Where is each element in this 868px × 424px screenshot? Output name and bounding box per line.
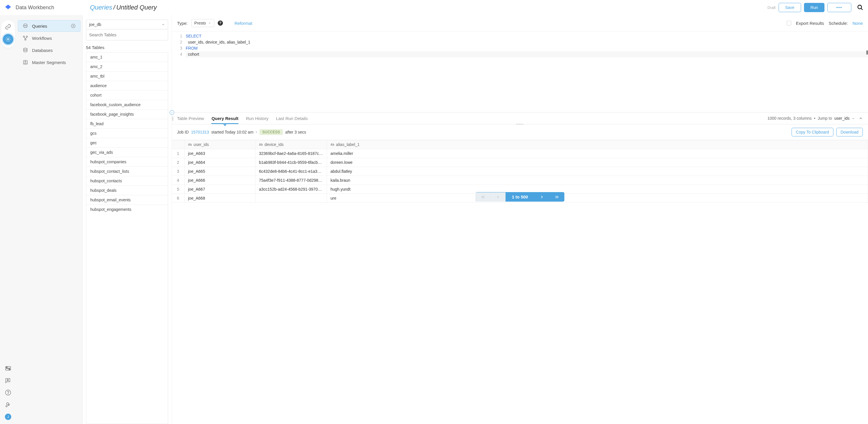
column-name: device_ids xyxy=(265,142,283,147)
cell-device-ids: 75a4f3e7-f911-4388-8777-0d298a… xyxy=(255,176,327,185)
tables-list: amc_1amc_2amc_tblaudiencecohortfacebook_… xyxy=(86,52,168,424)
tables-count: 54 Tables xyxy=(86,45,168,50)
table-item[interactable]: hubspot_deals xyxy=(86,186,168,195)
jump-to-label: Jump to xyxy=(817,116,832,121)
table-row[interactable]: 3joe_A6656c432de8-84b6-4c41-8cc1-e1a38a…… xyxy=(172,167,868,176)
pager-first-icon[interactable] xyxy=(475,192,491,202)
column-header[interactable]: Ab device_ids xyxy=(255,140,327,149)
schedule-label: Schedule: xyxy=(829,21,848,26)
table-item[interactable]: hubspot_contact_lists xyxy=(86,167,168,176)
tab-run-history[interactable]: Run History xyxy=(246,113,269,124)
plus-icon[interactable] xyxy=(71,24,75,28)
wrench-icon[interactable] xyxy=(5,401,11,408)
avatar[interactable]: J xyxy=(5,414,11,420)
cell-device-ids: 32369bcf-8ae2-4a6a-8165-8187c5… xyxy=(255,149,327,158)
link-icon[interactable] xyxy=(5,24,11,30)
job-duration: after 3 secs xyxy=(285,130,306,134)
query-type-select[interactable]: Presto xyxy=(191,19,214,27)
jump-to-select[interactable]: user_ids xyxy=(834,116,855,121)
column-header[interactable]: Ab user_ids xyxy=(185,140,255,149)
sidebar-item-master-segments[interactable]: Master Segments xyxy=(18,57,81,68)
search-tables-field[interactable] xyxy=(86,29,168,40)
sidebar-item-label: Queries xyxy=(32,24,47,29)
svg-point-4 xyxy=(6,367,7,368)
reformat-link[interactable]: Reformat xyxy=(235,21,252,26)
table-item[interactable]: gec_via_ads xyxy=(86,148,168,157)
gear-icon[interactable] xyxy=(3,34,13,44)
table-row[interactable]: 2joe_A664b1ab983f-b944-41cb-9559-6facb84… xyxy=(172,158,868,167)
sidebar-item-queries[interactable]: Queries xyxy=(18,20,81,32)
chevron-up-icon[interactable] xyxy=(859,116,863,120)
sidebar-item-workflows[interactable]: Workflows xyxy=(18,32,81,44)
search-icon[interactable] xyxy=(854,4,863,11)
table-item[interactable]: facebook_custom_audience xyxy=(86,100,168,110)
svg-point-2 xyxy=(7,39,9,40)
contact-icon[interactable] xyxy=(5,377,11,384)
breadcrumb: Queries / Untitled Query xyxy=(90,4,157,11)
svg-point-12 xyxy=(25,26,26,26)
breadcrumb-current: Untitled Query xyxy=(116,4,157,11)
editor-toolbar: Type: Presto ? Reformat Export Results S… xyxy=(172,15,868,31)
cell-device-ids xyxy=(255,194,327,203)
table-row[interactable]: 1joe_A66332369bcf-8ae2-4a6a-8165-8187c5…… xyxy=(172,149,868,158)
row-index: 6 xyxy=(172,194,185,203)
table-item[interactable]: hubspot_companies xyxy=(86,157,168,167)
database-select[interactable]: joe_db xyxy=(86,20,168,29)
run-button[interactable]: Run xyxy=(804,3,825,12)
table-item[interactable]: cohort xyxy=(86,91,168,100)
grid-header: Ab user_ids Ab device_ids Ab alias_label… xyxy=(172,140,868,149)
table-item[interactable]: hubspot_email_events xyxy=(86,195,168,205)
tab-table-preview[interactable]: Table Preview xyxy=(177,113,204,124)
cell-device-ids: b1ab983f-b944-41cb-9559-6facb84… xyxy=(255,158,327,167)
search-tables-input[interactable] xyxy=(89,32,165,37)
export-results-checkbox[interactable] xyxy=(787,21,791,25)
records-summary: 1000 records, 3 columns xyxy=(767,116,811,121)
table-item[interactable]: gcs xyxy=(86,129,168,138)
job-info-row: Job ID 15701313 started Today 10:02 am •… xyxy=(172,124,868,140)
table-item[interactable]: audience xyxy=(86,81,168,91)
breadcrumb-root[interactable]: Queries xyxy=(90,4,112,11)
cell-user-ids: joe_A663 xyxy=(185,149,255,158)
help-tooltip-icon[interactable]: ? xyxy=(218,21,223,26)
schedule-value[interactable]: None xyxy=(852,21,863,26)
help-icon[interactable] xyxy=(5,389,11,396)
table-item[interactable]: amc_2 xyxy=(86,62,168,71)
drag-handle-icon[interactable]: ═══ xyxy=(516,122,524,126)
pager-last-icon[interactable] xyxy=(549,192,564,202)
table-item[interactable]: facebook_page_insights xyxy=(86,110,168,119)
toggle-icon[interactable] xyxy=(5,365,11,371)
download-button[interactable]: Download xyxy=(836,128,863,137)
sidebar: Queries Workflows Databases Master Segme… xyxy=(16,15,83,424)
column-name: alias_label_1 xyxy=(336,142,360,147)
pager-next-icon[interactable] xyxy=(534,192,549,202)
table-item[interactable]: gec xyxy=(86,138,168,148)
status-badge: SUCCESS xyxy=(259,129,283,135)
table-row[interactable]: 4joe_A66675a4f3e7-f911-4388-8777-0d298a…… xyxy=(172,176,868,185)
code-keyword: SELECT xyxy=(186,34,201,38)
table-item[interactable]: hubspot_engagements xyxy=(86,205,168,214)
more-button[interactable]: ••• xyxy=(827,3,851,12)
results-grid: Ab user_ids Ab device_ids Ab alias_label… xyxy=(172,140,868,203)
tab-last-run-details[interactable]: Last Run Details xyxy=(276,113,308,124)
topbar: Data Workbench Queries / Untitled Query … xyxy=(0,0,868,15)
svg-point-22 xyxy=(25,61,26,63)
job-id-value[interactable]: 15701313 xyxy=(191,130,209,134)
code-editor[interactable]: 1234 SELECT user_ids, device_ids, alias_… xyxy=(172,31,868,112)
save-button[interactable]: Save xyxy=(779,3,801,12)
cell-alias-label: doreen.lowe xyxy=(327,158,868,167)
pager-prev-icon[interactable] xyxy=(491,192,505,202)
table-item[interactable]: hubspot_contacts xyxy=(86,176,168,186)
line-gutter: 1234 xyxy=(172,33,186,112)
cell-alias-label: hugh.yundt xyxy=(327,185,868,193)
table-item[interactable]: amc_tbl xyxy=(86,71,168,81)
table-item[interactable]: fb_lead xyxy=(86,119,168,129)
table-item[interactable]: amc_1 xyxy=(86,53,168,62)
tab-label: Query Result xyxy=(211,116,238,121)
tab-query-result[interactable]: Query Result xyxy=(211,113,238,124)
code-text: user_ids, device_ids, alias_label_1 xyxy=(186,39,868,45)
column-header[interactable]: Ab alias_label_1 xyxy=(327,140,868,149)
svg-point-7 xyxy=(7,379,8,380)
copy-to-clipboard-button[interactable]: Copy To Clipboard xyxy=(792,128,833,137)
row-index: 2 xyxy=(172,158,185,167)
sidebar-item-databases[interactable]: Databases xyxy=(18,44,81,56)
